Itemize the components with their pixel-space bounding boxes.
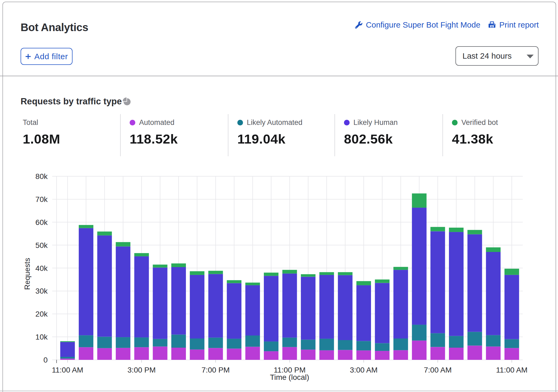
svg-text:60k: 60k	[35, 218, 48, 227]
svg-text:11:00 AM: 11:00 AM	[52, 366, 83, 374]
svg-text:40k: 40k	[35, 264, 48, 273]
svg-text:50k: 50k	[35, 241, 48, 250]
svg-text:3:00 PM: 3:00 PM	[127, 366, 156, 374]
svg-text:10k: 10k	[35, 333, 48, 341]
svg-text:11:00 AM: 11:00 AM	[496, 366, 527, 374]
svg-text:20k: 20k	[35, 310, 48, 318]
svg-text:Time (local): Time (local)	[270, 373, 309, 381]
svg-text:3:00 AM: 3:00 AM	[350, 366, 378, 374]
svg-text:0: 0	[43, 356, 48, 364]
svg-text:80k: 80k	[35, 172, 48, 181]
svg-text:7:00 PM: 7:00 PM	[202, 366, 230, 374]
svg-text:70k: 70k	[35, 195, 48, 204]
svg-text:30k: 30k	[35, 287, 48, 295]
svg-text:Requests: Requests	[23, 258, 31, 290]
svg-text:7:00 AM: 7:00 AM	[424, 366, 452, 374]
